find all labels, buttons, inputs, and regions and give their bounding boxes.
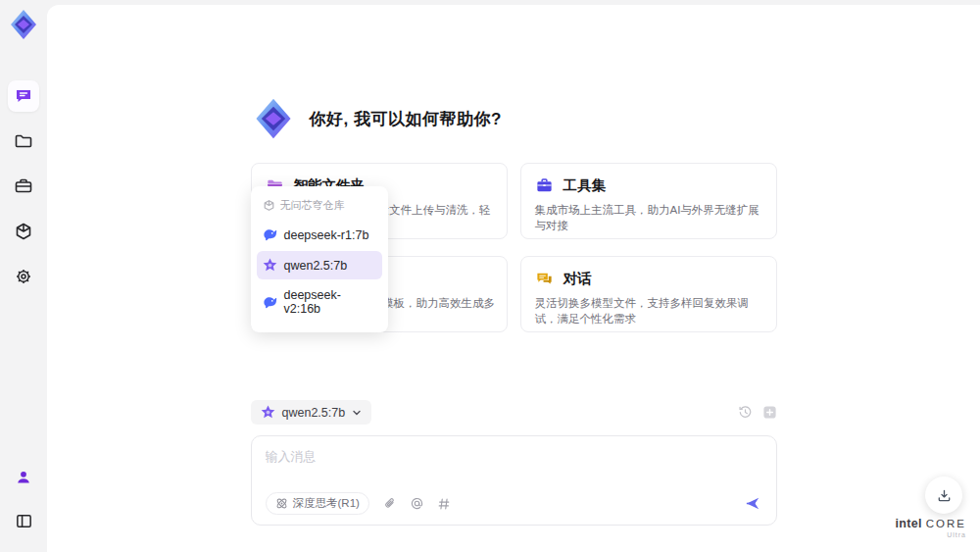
model-dropdown: 无问芯穹仓库 deepseek-r1:7b <box>251 186 388 332</box>
sidebar-item-settings[interactable] <box>8 261 39 292</box>
model-option-qwen[interactable]: qwen2.5:7b <box>257 251 382 279</box>
atom-icon <box>275 497 288 510</box>
chat-toolbar: qwen2.5:7b <box>251 400 777 425</box>
qwen-icon <box>263 258 277 273</box>
card-toolset[interactable]: 工具集 集成市场上主流工具，助力AI与外界无缝扩展与对接 <box>520 163 777 239</box>
download-icon <box>936 487 953 504</box>
history-icon[interactable] <box>738 405 753 420</box>
briefcase-icon <box>14 176 33 196</box>
model-selector-value: qwen2.5:7b <box>282 406 346 420</box>
sidebar-item-folders[interactable] <box>8 125 39 157</box>
sidebar-item-chat[interactable] <box>8 80 39 112</box>
user-icon <box>15 469 32 486</box>
model-option-label: deepseek-v2:16b <box>284 288 376 316</box>
message-input[interactable] <box>266 448 762 492</box>
sidebar-item-app-market[interactable] <box>8 216 39 247</box>
download-fab[interactable] <box>925 477 962 514</box>
prompt-grid-icon[interactable] <box>437 497 451 511</box>
app-logo-icon <box>251 96 296 141</box>
app-logo-icon <box>7 8 40 41</box>
folder-icon <box>14 131 33 151</box>
card-desc: 集成市场上主流工具，助力AI与外界无缝扩展与对接 <box>535 202 762 233</box>
briefcase-blue-icon <box>535 176 554 195</box>
chat-bubble-icon <box>14 86 33 106</box>
mention-icon[interactable] <box>410 496 424 511</box>
sidebar-item-collapse[interactable] <box>8 505 39 536</box>
card-dialog[interactable]: 对话 灵活切换多模型文件，支持多样回复效果调试，满足个性化需求 <box>520 256 777 332</box>
attachment-icon[interactable] <box>383 497 397 511</box>
model-option-deepseek-v2[interactable]: deepseek-v2:16b <box>257 281 382 323</box>
model-selector[interactable]: qwen2.5:7b <box>251 400 372 425</box>
qwen-icon <box>261 405 275 420</box>
sidebar <box>0 0 47 546</box>
intel-logo-text: intel <box>896 517 922 530</box>
greeting-header: 你好, 我可以如何帮助你? <box>251 96 777 141</box>
model-dropdown-header: 无问芯穹仓库 <box>257 194 382 221</box>
message-composer: 深度思考(R1) <box>251 435 777 526</box>
intel-core-badge: intel core Ultra <box>896 517 966 538</box>
model-option-label: deepseek-r1:7b <box>284 228 369 242</box>
card-title: 对话 <box>564 270 592 288</box>
greeting-text: 你好, 我可以如何帮助你? <box>310 108 502 130</box>
card-desc: 灵活切换多模型文件，支持多样回复效果调试，满足个性化需求 <box>535 295 762 326</box>
sidebar-item-toolset[interactable] <box>8 171 39 202</box>
main-panel: 你好, 我可以如何帮助你? 智能文件夹 智能文件夹功能支持批量文件上传与清洗，轻… <box>47 5 980 552</box>
send-icon[interactable] <box>744 494 762 513</box>
cube-icon <box>14 222 33 241</box>
intel-ultra-text: Ultra <box>896 531 966 538</box>
model-option-label: qwen2.5:7b <box>284 259 348 273</box>
model-dropdown-header-label: 无问芯穹仓库 <box>280 198 345 213</box>
deep-think-label: 深度思考(R1) <box>293 496 360 511</box>
card-title: 工具集 <box>564 176 607 195</box>
deepseek-icon <box>263 295 277 310</box>
chat-bubbles-yellow-icon <box>535 270 554 288</box>
model-option-deepseek-r1[interactable]: deepseek-r1:7b <box>257 221 382 249</box>
panel-layout-icon <box>15 512 33 530</box>
chevron-down-icon <box>352 408 362 418</box>
repository-icon <box>263 199 275 212</box>
gear-icon <box>14 267 33 286</box>
new-chat-icon[interactable] <box>762 405 777 420</box>
deep-think-toggle[interactable]: 深度思考(R1) <box>266 492 369 515</box>
sidebar-item-account[interactable] <box>8 462 39 493</box>
deepseek-icon <box>263 227 277 242</box>
